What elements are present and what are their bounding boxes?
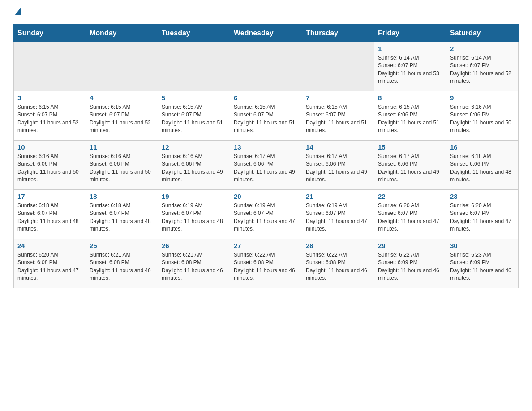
calendar-cell: 6Sunrise: 6:15 AMSunset: 6:07 PMDaylight… xyxy=(230,91,302,141)
day-number: 24 xyxy=(17,242,82,249)
sun-info: Sunrise: 6:15 AMSunset: 6:07 PMDaylight:… xyxy=(234,103,298,135)
calendar-cell: 4Sunrise: 6:15 AMSunset: 6:07 PMDaylight… xyxy=(86,91,158,141)
day-number: 30 xyxy=(450,242,515,249)
calendar-cell: 19Sunrise: 6:19 AMSunset: 6:07 PMDayligh… xyxy=(158,190,230,239)
day-number: 15 xyxy=(378,143,442,151)
calendar-cell: 14Sunrise: 6:17 AMSunset: 6:06 PMDayligh… xyxy=(302,141,374,190)
calendar-cell: 16Sunrise: 6:18 AMSunset: 6:06 PMDayligh… xyxy=(446,141,519,190)
calendar-cell: 7Sunrise: 6:15 AMSunset: 6:07 PMDaylight… xyxy=(302,91,374,141)
calendar-cell: 28Sunrise: 6:22 AMSunset: 6:08 PMDayligh… xyxy=(302,239,374,288)
calendar-table: Sunday Monday Tuesday Wednesday Thursday… xyxy=(13,24,519,288)
calendar-cell: 2Sunrise: 6:14 AMSunset: 6:07 PMDaylight… xyxy=(446,42,519,91)
calendar-week-row: 1Sunrise: 6:14 AMSunset: 6:07 PMDaylight… xyxy=(14,42,519,91)
sun-info: Sunrise: 6:17 AMSunset: 6:06 PMDaylight:… xyxy=(306,153,370,184)
calendar-cell: 17Sunrise: 6:18 AMSunset: 6:07 PMDayligh… xyxy=(14,190,86,239)
sun-info: Sunrise: 6:15 AMSunset: 6:07 PMDaylight:… xyxy=(306,103,370,135)
calendar-week-row: 17Sunrise: 6:18 AMSunset: 6:07 PMDayligh… xyxy=(14,190,519,239)
sun-info: Sunrise: 6:19 AMSunset: 6:07 PMDaylight:… xyxy=(162,202,226,233)
calendar-cell: 22Sunrise: 6:20 AMSunset: 6:07 PMDayligh… xyxy=(374,190,446,239)
sun-info: Sunrise: 6:16 AMSunset: 6:06 PMDaylight:… xyxy=(90,153,154,184)
sun-info: Sunrise: 6:17 AMSunset: 6:06 PMDaylight:… xyxy=(378,153,442,184)
day-number: 13 xyxy=(234,143,298,151)
calendar-cell xyxy=(86,42,158,91)
sun-info: Sunrise: 6:15 AMSunset: 6:07 PMDaylight:… xyxy=(162,103,226,135)
sun-info: Sunrise: 6:21 AMSunset: 6:08 PMDaylight:… xyxy=(90,251,154,283)
sun-info: Sunrise: 6:16 AMSunset: 6:06 PMDaylight:… xyxy=(162,153,226,184)
day-number: 18 xyxy=(90,193,154,200)
day-number: 14 xyxy=(306,143,370,151)
sun-info: Sunrise: 6:22 AMSunset: 6:08 PMDaylight:… xyxy=(234,251,298,283)
sun-info: Sunrise: 6:21 AMSunset: 6:08 PMDaylight:… xyxy=(162,251,226,283)
sun-info: Sunrise: 6:20 AMSunset: 6:07 PMDaylight:… xyxy=(450,202,515,233)
calendar-cell: 25Sunrise: 6:21 AMSunset: 6:08 PMDayligh… xyxy=(86,239,158,288)
col-sunday: Sunday xyxy=(14,25,86,42)
page-header xyxy=(13,9,519,15)
day-number: 28 xyxy=(306,242,370,249)
sun-info: Sunrise: 6:20 AMSunset: 6:07 PMDaylight:… xyxy=(378,202,442,233)
sun-info: Sunrise: 6:15 AMSunset: 6:07 PMDaylight:… xyxy=(17,103,82,135)
sun-info: Sunrise: 6:18 AMSunset: 6:07 PMDaylight:… xyxy=(90,202,154,233)
day-number: 21 xyxy=(306,193,370,200)
sun-info: Sunrise: 6:17 AMSunset: 6:06 PMDaylight:… xyxy=(234,153,298,184)
calendar-cell: 27Sunrise: 6:22 AMSunset: 6:08 PMDayligh… xyxy=(230,239,302,288)
logo xyxy=(13,9,21,15)
calendar-cell xyxy=(158,42,230,91)
calendar-cell: 13Sunrise: 6:17 AMSunset: 6:06 PMDayligh… xyxy=(230,141,302,190)
calendar-cell: 30Sunrise: 6:23 AMSunset: 6:09 PMDayligh… xyxy=(446,239,519,288)
day-number: 5 xyxy=(162,94,226,102)
sun-info: Sunrise: 6:14 AMSunset: 6:07 PMDaylight:… xyxy=(378,54,442,86)
day-number: 8 xyxy=(378,94,442,102)
day-number: 11 xyxy=(90,143,154,151)
day-number: 23 xyxy=(450,193,515,200)
col-wednesday: Wednesday xyxy=(230,25,302,42)
calendar-cell: 1Sunrise: 6:14 AMSunset: 6:07 PMDaylight… xyxy=(374,42,446,91)
calendar-week-row: 24Sunrise: 6:20 AMSunset: 6:08 PMDayligh… xyxy=(14,239,519,288)
calendar-cell: 26Sunrise: 6:21 AMSunset: 6:08 PMDayligh… xyxy=(158,239,230,288)
day-number: 27 xyxy=(234,242,298,249)
col-tuesday: Tuesday xyxy=(158,25,230,42)
calendar-cell: 5Sunrise: 6:15 AMSunset: 6:07 PMDaylight… xyxy=(158,91,230,141)
calendar-cell: 20Sunrise: 6:19 AMSunset: 6:07 PMDayligh… xyxy=(230,190,302,239)
calendar-cell: 9Sunrise: 6:16 AMSunset: 6:06 PMDaylight… xyxy=(446,91,519,141)
day-number: 9 xyxy=(450,94,515,102)
day-number: 25 xyxy=(90,242,154,249)
calendar-cell: 12Sunrise: 6:16 AMSunset: 6:06 PMDayligh… xyxy=(158,141,230,190)
day-number: 20 xyxy=(234,193,298,200)
calendar-cell xyxy=(230,42,302,91)
day-number: 19 xyxy=(162,193,226,200)
calendar-cell: 15Sunrise: 6:17 AMSunset: 6:06 PMDayligh… xyxy=(374,141,446,190)
day-number: 2 xyxy=(450,45,515,52)
col-saturday: Saturday xyxy=(446,25,519,42)
sun-info: Sunrise: 6:23 AMSunset: 6:09 PMDaylight:… xyxy=(450,251,515,283)
sun-info: Sunrise: 6:18 AMSunset: 6:07 PMDaylight:… xyxy=(17,202,82,233)
col-friday: Friday xyxy=(374,25,446,42)
sun-info: Sunrise: 6:16 AMSunset: 6:06 PMDaylight:… xyxy=(17,153,82,184)
day-number: 26 xyxy=(162,242,226,249)
calendar-cell: 8Sunrise: 6:15 AMSunset: 6:06 PMDaylight… xyxy=(374,91,446,141)
calendar-header-row: Sunday Monday Tuesday Wednesday Thursday… xyxy=(14,25,519,42)
sun-info: Sunrise: 6:20 AMSunset: 6:08 PMDaylight:… xyxy=(17,251,82,283)
day-number: 10 xyxy=(17,143,82,151)
calendar-week-row: 3Sunrise: 6:15 AMSunset: 6:07 PMDaylight… xyxy=(14,91,519,141)
sun-info: Sunrise: 6:15 AMSunset: 6:06 PMDaylight:… xyxy=(378,103,442,135)
day-number: 16 xyxy=(450,143,515,151)
day-number: 12 xyxy=(162,143,226,151)
day-number: 17 xyxy=(17,193,82,200)
sun-info: Sunrise: 6:18 AMSunset: 6:06 PMDaylight:… xyxy=(450,153,515,184)
calendar-cell xyxy=(14,42,86,91)
sun-info: Sunrise: 6:15 AMSunset: 6:07 PMDaylight:… xyxy=(90,103,154,135)
calendar-cell: 3Sunrise: 6:15 AMSunset: 6:07 PMDaylight… xyxy=(14,91,86,141)
day-number: 3 xyxy=(17,94,82,102)
sun-info: Sunrise: 6:22 AMSunset: 6:09 PMDaylight:… xyxy=(378,251,442,283)
calendar-cell: 18Sunrise: 6:18 AMSunset: 6:07 PMDayligh… xyxy=(86,190,158,239)
calendar-week-row: 10Sunrise: 6:16 AMSunset: 6:06 PMDayligh… xyxy=(14,141,519,190)
logo-triangle-icon xyxy=(15,7,21,15)
day-number: 29 xyxy=(378,242,442,249)
day-number: 1 xyxy=(378,45,442,52)
calendar-cell: 10Sunrise: 6:16 AMSunset: 6:06 PMDayligh… xyxy=(14,141,86,190)
day-number: 22 xyxy=(378,193,442,200)
sun-info: Sunrise: 6:22 AMSunset: 6:08 PMDaylight:… xyxy=(306,251,370,283)
sun-info: Sunrise: 6:19 AMSunset: 6:07 PMDaylight:… xyxy=(306,202,370,233)
calendar-cell: 11Sunrise: 6:16 AMSunset: 6:06 PMDayligh… xyxy=(86,141,158,190)
col-thursday: Thursday xyxy=(302,25,374,42)
